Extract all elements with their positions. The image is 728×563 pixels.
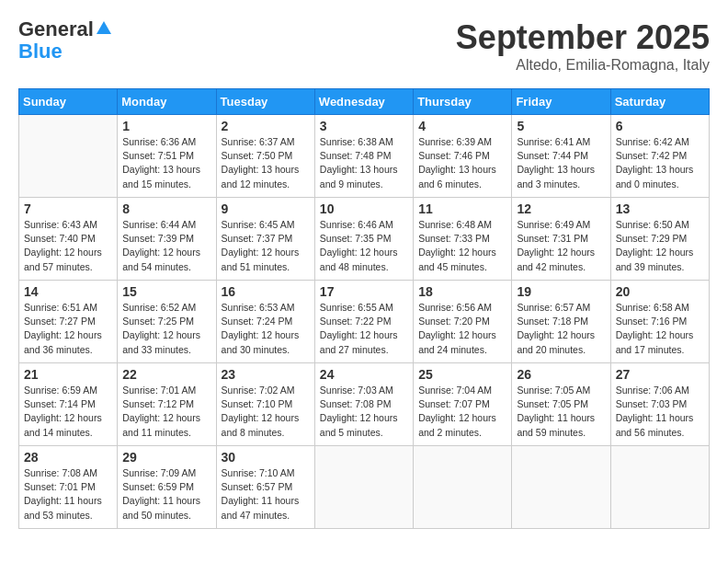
day-info: Sunrise: 6:53 AM Sunset: 7:24 PM Dayligh…: [222, 301, 310, 357]
day-number: 13: [616, 201, 704, 216]
day-info: Sunrise: 7:01 AM Sunset: 7:12 PM Dayligh…: [122, 384, 210, 440]
calendar-cell: 26Sunrise: 7:05 AM Sunset: 7:05 PM Dayli…: [512, 363, 610, 446]
calendar-cell: 5Sunrise: 6:41 AM Sunset: 7:44 PM Daylig…: [512, 115, 610, 198]
calendar-cell: 20Sunrise: 6:58 AM Sunset: 7:16 PM Dayli…: [610, 281, 709, 363]
day-info: Sunrise: 7:10 AM Sunset: 6:57 PM Dayligh…: [222, 466, 310, 523]
calendar-cell: 17Sunrise: 6:55 AM Sunset: 7:22 PM Dayli…: [314, 281, 413, 363]
day-number: 17: [320, 284, 408, 299]
calendar-table: SundayMondayTuesdayWednesdayThursdayFrid…: [18, 88, 710, 529]
day-number: 5: [517, 119, 605, 133]
day-info: Sunrise: 6:50 AM Sunset: 7:29 PM Dayligh…: [616, 218, 704, 274]
page-header: General Blue September 2025 Altedo, Emil…: [18, 18, 710, 74]
day-number: 22: [122, 367, 210, 382]
calendar-cell: 13Sunrise: 6:50 AM Sunset: 7:29 PM Dayli…: [610, 198, 709, 281]
calendar-cell: 19Sunrise: 6:57 AM Sunset: 7:18 PM Dayli…: [512, 281, 610, 363]
day-number: 20: [616, 284, 704, 299]
calendar-cell: 29Sunrise: 7:09 AM Sunset: 6:59 PM Dayli…: [118, 446, 216, 529]
day-info: Sunrise: 7:02 AM Sunset: 7:10 PM Dayligh…: [222, 384, 310, 440]
day-info: Sunrise: 6:45 AM Sunset: 7:37 PM Dayligh…: [222, 218, 310, 274]
day-number: 23: [222, 367, 310, 382]
calendar-cell: 14Sunrise: 6:51 AM Sunset: 7:27 PM Dayli…: [19, 281, 118, 363]
day-info: Sunrise: 7:06 AM Sunset: 7:03 PM Dayligh…: [616, 384, 704, 440]
calendar-header-row: SundayMondayTuesdayWednesdayThursdayFrid…: [19, 89, 710, 115]
day-number: 16: [222, 284, 310, 299]
day-info: Sunrise: 6:59 AM Sunset: 7:14 PM Dayligh…: [24, 384, 112, 440]
day-number: 8: [122, 201, 210, 216]
calendar-cell: 27Sunrise: 7:06 AM Sunset: 7:03 PM Dayli…: [610, 363, 709, 446]
day-number: 29: [122, 450, 210, 465]
calendar-cell: 21Sunrise: 6:59 AM Sunset: 7:14 PM Dayli…: [19, 363, 118, 446]
day-number: 24: [320, 367, 408, 382]
logo-icon: [96, 19, 112, 36]
day-number: 28: [24, 450, 112, 465]
location-title: Altedo, Emilia-Romagna, Italy: [456, 57, 710, 74]
calendar-week-row: 1Sunrise: 6:36 AM Sunset: 7:51 PM Daylig…: [19, 115, 710, 198]
day-info: Sunrise: 6:48 AM Sunset: 7:33 PM Dayligh…: [418, 218, 506, 274]
day-number: 15: [122, 284, 210, 299]
calendar-cell: 18Sunrise: 6:56 AM Sunset: 7:20 PM Dayli…: [414, 281, 512, 363]
calendar-cell: 11Sunrise: 6:48 AM Sunset: 7:33 PM Dayli…: [414, 198, 512, 281]
day-info: Sunrise: 7:03 AM Sunset: 7:08 PM Dayligh…: [320, 384, 408, 440]
day-info: Sunrise: 7:08 AM Sunset: 7:01 PM Dayligh…: [24, 466, 112, 523]
calendar-cell: 15Sunrise: 6:52 AM Sunset: 7:25 PM Dayli…: [118, 281, 216, 363]
day-number: 25: [418, 367, 506, 382]
day-info: Sunrise: 6:57 AM Sunset: 7:18 PM Dayligh…: [517, 301, 605, 357]
day-info: Sunrise: 6:56 AM Sunset: 7:20 PM Dayligh…: [418, 301, 506, 357]
calendar-cell: 4Sunrise: 6:39 AM Sunset: 7:46 PM Daylig…: [414, 115, 512, 198]
day-number: 14: [24, 284, 112, 299]
day-info: Sunrise: 6:58 AM Sunset: 7:16 PM Dayligh…: [616, 301, 704, 357]
day-of-week-header: Friday: [512, 89, 610, 115]
day-info: Sunrise: 6:38 AM Sunset: 7:48 PM Dayligh…: [320, 135, 408, 191]
day-of-week-header: Saturday: [610, 89, 709, 115]
calendar-cell: 1Sunrise: 6:36 AM Sunset: 7:51 PM Daylig…: [118, 115, 216, 198]
calendar-week-row: 28Sunrise: 7:08 AM Sunset: 7:01 PM Dayli…: [19, 446, 710, 529]
day-number: 3: [320, 119, 408, 133]
logo: General Blue: [18, 18, 112, 63]
day-info: Sunrise: 7:09 AM Sunset: 6:59 PM Dayligh…: [122, 466, 210, 523]
day-of-week-header: Wednesday: [314, 89, 413, 115]
day-of-week-header: Thursday: [414, 89, 512, 115]
calendar-cell: 25Sunrise: 7:04 AM Sunset: 7:07 PM Dayli…: [414, 363, 512, 446]
day-number: 7: [24, 201, 112, 216]
day-number: 26: [517, 367, 605, 382]
calendar-cell: 10Sunrise: 6:46 AM Sunset: 7:35 PM Dayli…: [314, 198, 413, 281]
day-number: 30: [222, 450, 310, 465]
calendar-cell: 30Sunrise: 7:10 AM Sunset: 6:57 PM Dayli…: [216, 446, 314, 529]
logo-general-text: General: [18, 18, 94, 40]
day-number: 6: [616, 119, 704, 133]
day-number: 27: [616, 367, 704, 382]
day-info: Sunrise: 7:05 AM Sunset: 7:05 PM Dayligh…: [517, 384, 605, 440]
day-number: 10: [320, 201, 408, 216]
day-number: 4: [418, 119, 506, 133]
calendar-cell: [512, 446, 610, 529]
day-info: Sunrise: 6:42 AM Sunset: 7:42 PM Dayligh…: [616, 135, 704, 191]
calendar-cell: 2Sunrise: 6:37 AM Sunset: 7:50 PM Daylig…: [216, 115, 314, 198]
day-number: 1: [122, 119, 210, 133]
day-info: Sunrise: 6:52 AM Sunset: 7:25 PM Dayligh…: [122, 301, 210, 357]
calendar-cell: [19, 115, 118, 198]
day-info: Sunrise: 6:49 AM Sunset: 7:31 PM Dayligh…: [517, 218, 605, 274]
day-info: Sunrise: 6:51 AM Sunset: 7:27 PM Dayligh…: [24, 301, 112, 357]
calendar-cell: 8Sunrise: 6:44 AM Sunset: 7:39 PM Daylig…: [118, 198, 216, 281]
day-number: 11: [418, 201, 506, 216]
calendar-cell: 22Sunrise: 7:01 AM Sunset: 7:12 PM Dayli…: [118, 363, 216, 446]
calendar-cell: 12Sunrise: 6:49 AM Sunset: 7:31 PM Dayli…: [512, 198, 610, 281]
day-info: Sunrise: 6:36 AM Sunset: 7:51 PM Dayligh…: [122, 135, 210, 191]
day-number: 2: [222, 119, 310, 133]
day-info: Sunrise: 6:55 AM Sunset: 7:22 PM Dayligh…: [320, 301, 408, 357]
day-of-week-header: Monday: [118, 89, 216, 115]
day-info: Sunrise: 7:04 AM Sunset: 7:07 PM Dayligh…: [418, 384, 506, 440]
logo-blue-text: Blue: [18, 40, 63, 63]
day-number: 18: [418, 284, 506, 299]
day-of-week-header: Tuesday: [216, 89, 314, 115]
day-info: Sunrise: 6:37 AM Sunset: 7:50 PM Dayligh…: [222, 135, 310, 191]
day-of-week-header: Sunday: [19, 89, 118, 115]
calendar-cell: 16Sunrise: 6:53 AM Sunset: 7:24 PM Dayli…: [216, 281, 314, 363]
calendar-week-row: 7Sunrise: 6:43 AM Sunset: 7:40 PM Daylig…: [19, 198, 710, 281]
day-number: 12: [517, 201, 605, 216]
day-number: 21: [24, 367, 112, 382]
day-info: Sunrise: 6:44 AM Sunset: 7:39 PM Dayligh…: [122, 218, 210, 274]
calendar-cell: 7Sunrise: 6:43 AM Sunset: 7:40 PM Daylig…: [19, 198, 118, 281]
calendar-cell: 24Sunrise: 7:03 AM Sunset: 7:08 PM Dayli…: [314, 363, 413, 446]
calendar-cell: 9Sunrise: 6:45 AM Sunset: 7:37 PM Daylig…: [216, 198, 314, 281]
